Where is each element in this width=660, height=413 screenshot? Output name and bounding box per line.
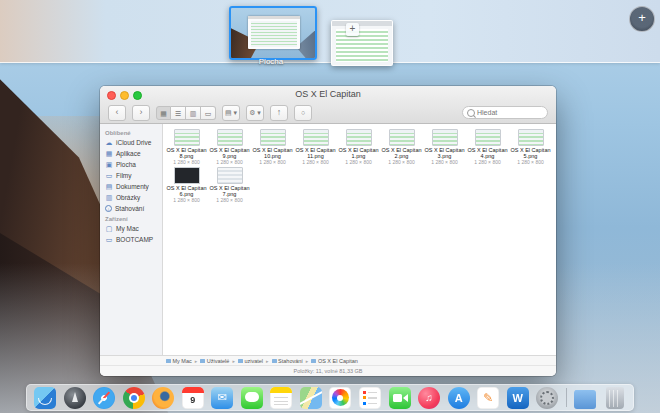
sidebar-item-bootcamp[interactable]: ▭BOOTCAMP bbox=[100, 234, 162, 245]
back-button[interactable] bbox=[108, 105, 126, 121]
search-field bbox=[462, 106, 548, 119]
dock-launchpad[interactable] bbox=[64, 387, 86, 409]
tags-button[interactable] bbox=[294, 105, 312, 121]
file-item[interactable]: OS X El Capitan 6.png1 280 × 800 bbox=[166, 167, 208, 203]
action-menu-button[interactable] bbox=[246, 105, 264, 121]
notes-icon bbox=[270, 387, 292, 409]
dock-photos[interactable] bbox=[329, 387, 351, 409]
file-item[interactable]: OS X El Capitan 10.png1 280 × 800 bbox=[252, 129, 294, 165]
file-item[interactable]: OS X El Capitan 9.png1 280 × 800 bbox=[209, 129, 251, 165]
file-item[interactable]: OS X El Capitan 3.png1 280 × 800 bbox=[424, 129, 466, 165]
file-dimensions: 1 280 × 800 bbox=[252, 159, 294, 165]
dock-reminders[interactable] bbox=[359, 387, 381, 409]
file-name: OS X El Capitan 3.png bbox=[424, 147, 466, 159]
window-title: OS X El Capitan bbox=[140, 89, 516, 99]
applications-icon: ▦ bbox=[105, 150, 113, 158]
share-button[interactable] bbox=[270, 105, 288, 121]
dock-pages[interactable] bbox=[477, 387, 499, 409]
dock-downloads-folder[interactable] bbox=[574, 387, 596, 409]
mail-icon bbox=[211, 387, 233, 409]
close-button[interactable] bbox=[107, 91, 116, 100]
file-thumbnail bbox=[475, 129, 501, 146]
dock-app-store[interactable]: A bbox=[448, 387, 470, 409]
icon-glyph: A bbox=[448, 387, 470, 409]
file-item[interactable]: OS X El Capitan 1.png1 280 × 800 bbox=[338, 129, 380, 165]
file-name: OS X El Capitan 7.png bbox=[209, 185, 251, 197]
sidebar-item-plocha[interactable]: ▣Plocha bbox=[100, 159, 162, 170]
file-item[interactable]: OS X El Capitan 4.png1 280 × 800 bbox=[467, 129, 509, 165]
folder-icon bbox=[200, 359, 205, 363]
space-thumb-window bbox=[248, 16, 300, 49]
column-view-button[interactable] bbox=[186, 106, 201, 120]
dock-messages[interactable] bbox=[241, 387, 263, 409]
sidebar-item-icloud-drive[interactable]: ☁iCloud Drive bbox=[100, 137, 162, 148]
file-item[interactable]: OS X El Capitan 7.png1 280 × 800 bbox=[209, 167, 251, 203]
dock-firefox[interactable] bbox=[152, 387, 174, 409]
sidebar-item-filmy[interactable]: ▭Filmy bbox=[100, 170, 162, 181]
documents-icon: ▤ bbox=[105, 183, 113, 191]
sidebar-section-header: Oblíbené bbox=[100, 127, 162, 137]
sidebar-item-dokumenty[interactable]: ▤Dokumenty bbox=[100, 181, 162, 192]
sidebar-item-aplikace[interactable]: ▦Aplikace bbox=[100, 148, 162, 159]
path-crumb-uzivatel[interactable]: uzivatel bbox=[238, 358, 263, 364]
path-crumb-uzivatele[interactable]: Uživatelé bbox=[200, 358, 229, 364]
app-store-icon: A bbox=[448, 387, 470, 409]
path-crumb-label: Stahování bbox=[278, 358, 303, 364]
file-name: OS X El Capitan 4.png bbox=[467, 147, 509, 159]
sidebar-item-obrazky[interactable]: ▥Obrázky bbox=[100, 192, 162, 203]
path-crumb-my-mac[interactable]: My Mac bbox=[166, 358, 192, 364]
list-view-button[interactable] bbox=[171, 106, 186, 120]
mac-icon: ▢ bbox=[105, 225, 113, 233]
add-space-plus-icon[interactable]: + bbox=[346, 23, 359, 36]
safari-icon bbox=[93, 387, 115, 409]
facetime-icon bbox=[389, 387, 411, 409]
dock-finder[interactable] bbox=[34, 387, 56, 409]
search-input[interactable] bbox=[477, 109, 543, 116]
system-preferences-icon bbox=[536, 387, 558, 409]
dock-notes[interactable] bbox=[270, 387, 292, 409]
file-item[interactable]: OS X El Capitan 8.png1 280 × 800 bbox=[166, 129, 208, 165]
dock-system-preferences[interactable] bbox=[536, 387, 558, 409]
sidebar-item-my-mac[interactable]: ▢My Mac bbox=[100, 223, 162, 234]
minimize-button[interactable] bbox=[120, 91, 129, 100]
add-desktop-button[interactable]: + bbox=[629, 6, 655, 32]
file-name: OS X El Capitan 11.png bbox=[295, 147, 337, 159]
coverflow-view-button[interactable] bbox=[201, 106, 216, 120]
dock-safari[interactable] bbox=[93, 387, 115, 409]
arrange-button[interactable] bbox=[222, 105, 240, 121]
path-crumb-stahovani[interactable]: Stahování bbox=[272, 358, 303, 364]
path-crumb-os-x-el-capitan[interactable]: OS X El Capitan bbox=[311, 358, 358, 364]
sidebar-item-label: Aplikace bbox=[116, 150, 141, 157]
dock-facetime[interactable] bbox=[389, 387, 411, 409]
sidebar-item-label: Filmy bbox=[116, 172, 132, 179]
dock-trash[interactable] bbox=[604, 387, 626, 409]
file-dimensions: 1 280 × 800 bbox=[166, 197, 208, 203]
file-item[interactable]: OS X El Capitan 2.png1 280 × 800 bbox=[381, 129, 423, 165]
path-crumb-label: Uživatelé bbox=[207, 358, 230, 364]
disk-icon: ▭ bbox=[105, 236, 113, 244]
dock-maps[interactable] bbox=[300, 387, 322, 409]
file-dimensions: 1 280 × 800 bbox=[209, 159, 251, 165]
file-item[interactable]: OS X El Capitan 5.png1 280 × 800 bbox=[510, 129, 552, 165]
forward-button[interactable] bbox=[132, 105, 150, 121]
space-thumbnail-plocha[interactable] bbox=[229, 6, 317, 60]
sidebar-item-stahovani[interactable]: ↓Stahování bbox=[100, 203, 162, 213]
search-icon bbox=[467, 109, 475, 117]
launchpad-icon bbox=[64, 387, 86, 409]
dock-mail[interactable] bbox=[211, 387, 233, 409]
file-dimensions: 1 280 × 800 bbox=[209, 197, 251, 203]
file-item[interactable]: OS X El Capitan 11.png1 280 × 800 bbox=[295, 129, 337, 165]
path-crumb-label: OS X El Capitan bbox=[318, 358, 358, 364]
dock-word[interactable]: W bbox=[507, 387, 529, 409]
icon-glyph: 9 bbox=[182, 387, 204, 409]
dock-calendar[interactable]: 9 bbox=[182, 387, 204, 409]
space-thumbnail-new[interactable] bbox=[331, 20, 393, 66]
file-name: OS X El Capitan 10.png bbox=[252, 147, 294, 159]
file-thumbnail bbox=[217, 129, 243, 146]
sidebar-item-label: Plocha bbox=[116, 161, 136, 168]
file-name: OS X El Capitan 9.png bbox=[209, 147, 251, 159]
icon-view-button[interactable] bbox=[156, 106, 171, 120]
dock-chrome[interactable] bbox=[123, 387, 145, 409]
spaces-bar bbox=[0, 0, 660, 63]
dock-itunes[interactable] bbox=[418, 387, 440, 409]
